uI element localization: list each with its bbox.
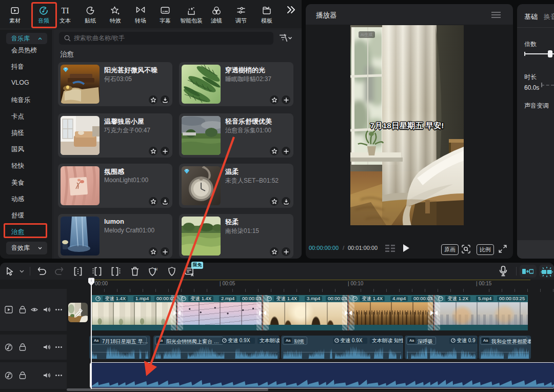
svg-text:AI: AI <box>154 267 157 271</box>
svg-text:TI: TI <box>61 6 69 15</box>
